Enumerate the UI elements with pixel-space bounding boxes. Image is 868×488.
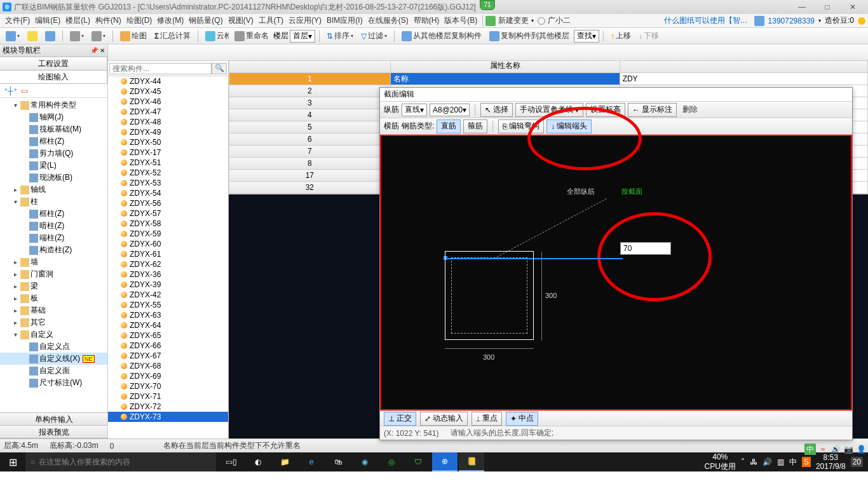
open-button[interactable]	[24, 29, 41, 43]
app-security[interactable]: 🛡	[405, 452, 431, 471]
menu-tools[interactable]: 工具(T)	[256, 15, 286, 26]
close-button[interactable]: ✕	[840, 0, 865, 14]
tab-report-preview[interactable]: 报表预览	[0, 426, 107, 438]
app-green[interactable]: ◎	[379, 452, 404, 471]
list-item[interactable]: ZDYX-54	[108, 188, 228, 198]
tree-node[interactable]: 筏板基础(M)	[0, 123, 107, 135]
ortho-toggle[interactable]: ⊥ 正交	[384, 412, 416, 426]
section-canvas[interactable]: 全部纵筋 按截面 300 300	[380, 135, 852, 410]
tree-node[interactable]: 自定义线(X)NE	[0, 353, 107, 365]
list-item[interactable]: ZDYX-67	[108, 351, 228, 361]
line-type-select[interactable]: 直线 ▾	[402, 104, 427, 116]
menu-help[interactable]: 帮助(H)	[411, 15, 442, 26]
list-item[interactable]: ZDYX-45	[108, 86, 228, 97]
list-item[interactable]: ZDYX-68	[108, 361, 228, 371]
tree-node[interactable]: 梁(L)	[0, 159, 107, 172]
list-item[interactable]: ZDYX-48	[108, 117, 228, 127]
tree-node[interactable]: 端柱(Z)	[0, 232, 107, 244]
menu-bim[interactable]: BIM应用(I)	[324, 15, 365, 26]
minimize-button[interactable]: ―	[789, 0, 815, 14]
tree-node[interactable]: 自定义点	[0, 341, 107, 353]
show-mark-button[interactable]: ← 显示标注	[628, 103, 677, 117]
sum-button[interactable]: Σ 汇总计算	[151, 29, 194, 43]
undo-button[interactable]: ▾	[67, 29, 87, 43]
tree-node[interactable]: 框柱(Z)	[0, 135, 107, 147]
list-item[interactable]: ZDYX-53	[108, 178, 228, 188]
list-item[interactable]: ZDYX-58	[108, 219, 228, 229]
menu-file[interactable]: 文件(F)	[3, 15, 32, 26]
straight-rebar-button[interactable]: 直筋	[437, 119, 461, 133]
component-list[interactable]: ZDYX-44ZDYX-45ZDYX-46ZDYX-47ZDYX-48ZDYX-…	[108, 76, 228, 438]
tree-node[interactable]: ▾柱	[0, 196, 107, 208]
midpoint-snap[interactable]: ✦ 中点	[506, 412, 538, 426]
list-item[interactable]: ZDYX-63	[108, 310, 228, 320]
tab-single-input[interactable]: 单构件输入	[0, 413, 107, 426]
stirrup-button[interactable]: 箍筋	[463, 119, 487, 133]
tree-node[interactable]: 构造柱(Z)	[0, 244, 107, 256]
tree-node[interactable]: ▸基础	[0, 304, 107, 316]
component-tree[interactable]: ▾常用构件类型轴网(J)筏板基础(M)框柱(Z)剪力墙(Q)梁(L)现浇板(B)…	[0, 98, 107, 412]
list-item[interactable]: ZDYX-73	[108, 412, 228, 422]
list-item[interactable]: ZDYX-69	[108, 371, 228, 381]
app-note[interactable]: 📒	[459, 452, 484, 471]
sort-button[interactable]: ⇅排序▾	[323, 29, 356, 43]
property-row[interactable]: 1名称ZDY	[229, 73, 868, 85]
list-item[interactable]: ZDYX-39	[108, 280, 228, 290]
component-search-input[interactable]	[109, 63, 212, 74]
tree-node[interactable]: ▾常用构件类型	[0, 99, 107, 111]
find-select[interactable]: 查找 ▾	[574, 30, 599, 43]
taskview-icon[interactable]: ▭▯	[219, 452, 244, 471]
list-item[interactable]: ZDYX-52	[108, 168, 228, 178]
list-item[interactable]: ZDYX-71	[108, 391, 228, 402]
list-item[interactable]: ZDYX-66	[108, 341, 228, 351]
app-browser[interactable]: ◉	[352, 452, 377, 471]
menu-cloud[interactable]: 云应用(Y)	[286, 15, 324, 26]
filter-button[interactable]: ▽过滤▾	[358, 29, 390, 43]
list-item[interactable]: ZDYX-46	[108, 97, 228, 107]
list-item[interactable]: ZDYX-60	[108, 239, 228, 249]
tray-speaker2-icon[interactable]: 🔊	[830, 444, 841, 455]
edit-hook-button[interactable]: ⎘ 编辑弯钩	[498, 119, 544, 133]
app-cortana[interactable]: ◐	[245, 452, 271, 471]
list-item[interactable]: ZDYX-62	[108, 259, 228, 269]
list-item[interactable]: ZDYX-36	[108, 269, 228, 280]
floor-select[interactable]: 首层 ▾	[290, 30, 315, 43]
app-edge[interactable]: e	[299, 452, 324, 471]
tree-node[interactable]: 暗柱(Z)	[0, 220, 107, 232]
app-ggj[interactable]: ⊕	[432, 452, 458, 471]
endpoint-snap[interactable]: ⟂ 重点	[471, 412, 502, 426]
list-item[interactable]: ZDYX-64	[108, 320, 228, 330]
rename-button[interactable]: 重命名	[231, 29, 272, 43]
menu-component[interactable]: 构件(N)	[93, 15, 124, 26]
menu-version[interactable]: 版本号(B)	[442, 15, 480, 26]
tree-node[interactable]: ▸墙	[0, 256, 107, 268]
list-item[interactable]: ZDYX-72	[108, 402, 228, 412]
tree-node[interactable]: 尺寸标注(W)	[0, 377, 107, 389]
tree-node[interactable]: ▸其它	[0, 316, 107, 329]
tray-ime-label[interactable]: 中	[789, 457, 797, 468]
tree-node[interactable]: 自定义面	[0, 365, 107, 377]
list-item[interactable]: ZDYX-44	[108, 76, 228, 86]
tray-camera-icon[interactable]: 📷	[843, 444, 854, 455]
taskbar-search[interactable]: ○ 在这里输入你要搜索的内容	[25, 452, 216, 471]
list-item[interactable]: ZDYX-42	[108, 290, 228, 300]
tray-wave-icon[interactable]: ≈	[817, 444, 829, 455]
tree-node[interactable]: ▸门窗洞	[0, 268, 107, 280]
menu-online[interactable]: 在线服务(S)	[365, 15, 411, 26]
app-store[interactable]: 🛍	[325, 452, 351, 471]
save-button[interactable]	[42, 29, 58, 43]
tray-person-icon[interactable]: 👤	[855, 444, 867, 455]
tray-network-icon[interactable]: 🖧	[750, 458, 757, 466]
shortcut-prompt[interactable]: 什么图纸可以使用【智…	[661, 15, 750, 26]
tray-clock[interactable]: 8:532017/9/8	[816, 453, 846, 471]
tray-speaker-icon[interactable]: 🔊	[763, 458, 772, 466]
tab-project-settings[interactable]: 工程设置	[0, 57, 107, 70]
list-item[interactable]: ZDYX-50	[108, 137, 228, 147]
maximize-button[interactable]: □	[815, 0, 840, 14]
menu-view[interactable]: 视图(V)	[226, 15, 256, 26]
guangxiao-button[interactable]: 广小二	[545, 15, 573, 26]
tree-node[interactable]: 现浇板(B)	[0, 172, 107, 184]
list-item[interactable]: ZDYX-55	[108, 300, 228, 310]
menu-draw[interactable]: 绘图(D)	[124, 15, 155, 26]
list-item[interactable]: ZDYX-49	[108, 127, 228, 137]
